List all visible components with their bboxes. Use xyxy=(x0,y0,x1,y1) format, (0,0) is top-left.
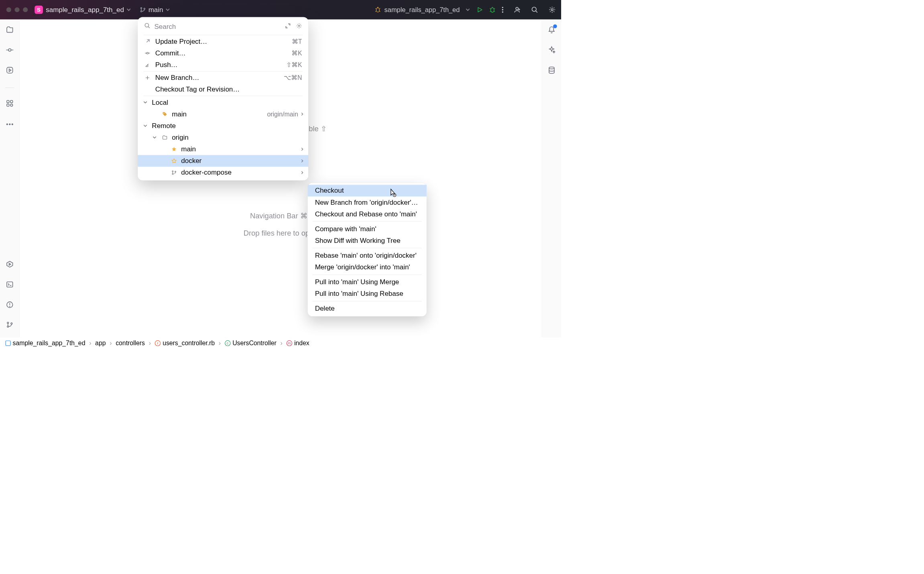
svg-point-0 xyxy=(140,8,142,9)
branch-search-input[interactable] xyxy=(154,22,281,30)
run-config-selector[interactable]: sample_rails_app_7th_ed xyxy=(374,6,470,14)
branch-label: main xyxy=(172,110,264,118)
svg-point-27 xyxy=(549,67,554,69)
svg-point-11 xyxy=(8,49,11,51)
problems-tool-icon[interactable] xyxy=(6,301,13,310)
chevron-right-icon xyxy=(301,112,304,116)
local-branch-main[interactable]: main origin/main xyxy=(138,108,308,120)
branch-label: docker-compose xyxy=(181,169,297,176)
submenu-merge[interactable]: Merge 'origin/docker' into 'main' xyxy=(307,261,426,273)
crumb-file[interactable]: r users_controller.rb xyxy=(155,339,215,347)
chevron-right-icon xyxy=(301,147,304,151)
crumb-app[interactable]: app xyxy=(95,339,106,347)
tree-origin-group[interactable]: origin xyxy=(138,132,308,143)
commit-tool-icon[interactable] xyxy=(6,46,13,56)
code-with-me-icon[interactable] xyxy=(513,6,521,13)
traffic-min-icon[interactable] xyxy=(14,7,19,12)
action-commit[interactable]: Commit… ⌘K xyxy=(138,47,308,59)
left-tool-stripe xyxy=(0,20,20,338)
update-icon xyxy=(144,39,151,44)
chevron-right-icon: › xyxy=(110,339,112,347)
search-icon xyxy=(144,22,151,31)
git-branches-popup[interactable]: Update Project… ⌘T Commit… ⌘K Push… ⇧⌘K … xyxy=(138,17,308,181)
action-label: Update Project… xyxy=(155,38,287,45)
tree-local-group[interactable]: Local xyxy=(138,96,308,108)
svg-rect-21 xyxy=(7,282,13,287)
svg-rect-13 xyxy=(7,100,9,103)
project-tool-icon[interactable] xyxy=(6,26,13,35)
submenu-checkout-rebase[interactable]: Checkout and Rebase onto 'main' xyxy=(307,208,426,220)
terminal-tool-icon[interactable] xyxy=(6,281,13,290)
submenu-pull-rebase[interactable]: Pull into 'main' Using Rebase xyxy=(307,288,426,299)
svg-point-5 xyxy=(502,7,503,8)
commit-icon xyxy=(144,50,151,56)
submenu-show-diff[interactable]: Show Diff with Working Tree xyxy=(307,235,426,246)
branch-label: docker xyxy=(181,157,297,165)
svg-point-6 xyxy=(502,9,503,10)
submenu-pull-merge[interactable]: Pull into 'main' Using Merge xyxy=(307,276,426,288)
structure-tool-icon[interactable] xyxy=(6,100,13,109)
project-name[interactable]: sample_rails_app_7th_ed xyxy=(46,6,124,14)
ai-assistant-icon[interactable] xyxy=(547,46,555,56)
separator xyxy=(313,248,422,248)
popup-settings-icon[interactable] xyxy=(296,22,302,30)
svg-point-3 xyxy=(376,8,379,12)
svg-point-23 xyxy=(10,306,10,307)
svg-point-8 xyxy=(516,7,518,10)
debug-button[interactable] xyxy=(489,6,496,13)
run-tool-icon[interactable] xyxy=(6,66,13,76)
settings-icon[interactable] xyxy=(548,6,556,13)
run-config-name: sample_rails_app_7th_ed xyxy=(385,6,460,14)
svg-point-30 xyxy=(147,52,148,54)
shortcut: ⇧⌘K xyxy=(286,61,302,69)
window-controls[interactable] xyxy=(6,7,28,12)
vcs-tool-icon[interactable] xyxy=(6,321,13,330)
svg-point-33 xyxy=(172,173,173,175)
tree-remote-group[interactable]: Remote xyxy=(138,120,308,132)
chevron-right-icon xyxy=(301,159,304,163)
remote-branch-main[interactable]: main xyxy=(138,143,308,155)
services-tool-icon[interactable] xyxy=(6,261,13,270)
notifications-icon[interactable] xyxy=(547,26,555,35)
svg-point-25 xyxy=(7,326,9,328)
action-push[interactable]: Push… ⇧⌘K xyxy=(138,59,308,71)
submenu-delete[interactable]: Delete xyxy=(307,303,426,314)
tag-icon xyxy=(161,112,168,117)
chevron-right-icon xyxy=(301,171,304,175)
submenu-rebase[interactable]: Rebase 'main' onto 'origin/docker' xyxy=(307,250,426,261)
traffic-max-icon[interactable] xyxy=(23,7,28,12)
svg-point-4 xyxy=(490,8,494,12)
branch-name: main xyxy=(149,6,163,14)
remote-branch-docker-compose[interactable]: docker-compose xyxy=(138,167,308,178)
track-branch-icon[interactable] xyxy=(285,22,291,30)
database-tool-icon[interactable] xyxy=(547,66,555,76)
action-label: Commit… xyxy=(155,49,287,57)
action-update-project[interactable]: Update Project… ⌘T xyxy=(138,36,308,47)
module-icon xyxy=(5,340,10,346)
search-everywhere-icon[interactable] xyxy=(531,6,538,13)
action-new-branch[interactable]: New Branch… ⌥⌘N xyxy=(138,72,308,83)
svg-point-31 xyxy=(163,113,164,114)
branch-tree: Local main origin/main Remote origin xyxy=(138,96,308,178)
more-actions-icon[interactable] xyxy=(502,6,504,13)
crumb-project[interactable]: sample_rails_app_7th_ed xyxy=(5,339,85,347)
svg-point-19 xyxy=(11,124,13,125)
action-checkout-tag[interactable]: Checkout Tag or Revision… xyxy=(138,83,308,95)
submenu-checkout[interactable]: Checkout xyxy=(307,185,426,196)
crumb-controllers[interactable]: controllers xyxy=(116,339,145,347)
submenu-new-branch-from[interactable]: New Branch from 'origin/docker'… xyxy=(307,196,426,208)
traffic-close-icon[interactable] xyxy=(6,7,11,12)
plus-icon xyxy=(144,75,151,80)
run-button[interactable] xyxy=(476,6,483,13)
crumb-method[interactable]: m index xyxy=(287,339,309,347)
branch-selector[interactable]: main xyxy=(140,6,170,14)
branch-icon xyxy=(140,6,146,13)
remote-branch-docker[interactable]: docker xyxy=(138,155,308,167)
crumb-class[interactable]: c UsersController xyxy=(225,339,277,347)
navigation-bar[interactable]: sample_rails_app_7th_ed › app › controll… xyxy=(0,338,561,349)
submenu-compare[interactable]: Compare with 'main' xyxy=(307,223,426,235)
branch-context-menu[interactable]: Checkout New Branch from 'origin/docker'… xyxy=(307,183,426,316)
more-tools-icon[interactable] xyxy=(6,120,13,127)
project-dropdown-icon[interactable] xyxy=(126,8,131,12)
chevron-right-icon: › xyxy=(149,339,151,347)
